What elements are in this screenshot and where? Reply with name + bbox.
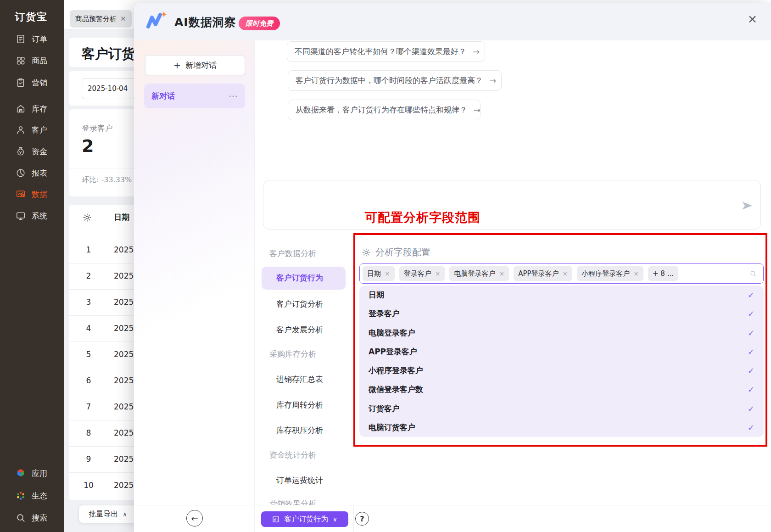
remove-icon[interactable]: × xyxy=(435,270,441,277)
close-icon[interactable]: ✕ xyxy=(748,13,757,26)
sidebar-item-products[interactable]: 商品 xyxy=(16,55,47,67)
export-label: 批量导出 xyxy=(89,510,118,519)
menu-item-active[interactable]: 客户订货行为 xyxy=(262,267,346,290)
option-label: 登录客户 xyxy=(369,308,400,319)
field-tag[interactable]: 小程序登录客户× xyxy=(577,266,643,281)
back-button[interactable]: ← xyxy=(186,510,203,526)
check-icon: ✓ xyxy=(748,366,754,375)
remove-icon[interactable]: × xyxy=(385,270,390,277)
date-input[interactable]: 2025-10-04 xyxy=(82,78,136,99)
bar-chart-icon xyxy=(272,515,279,523)
menu-item[interactable]: 客户订货分析 xyxy=(276,299,323,310)
divider xyxy=(254,40,255,505)
search-icon xyxy=(16,513,26,523)
sidebar-item-ecosystem[interactable]: 生态 xyxy=(16,490,47,502)
conversation-item[interactable]: 新对话 ⋯ xyxy=(144,84,245,108)
sidebar-item-customers[interactable]: 客户 xyxy=(16,124,47,136)
sidebar-item-orders[interactable]: 订单 xyxy=(16,33,47,45)
field-option[interactable]: 订货客户✓ xyxy=(359,399,764,418)
divider xyxy=(108,212,108,224)
suggestion-pill[interactable]: 客户订货行为数据中，哪个时间段的客户活跃度最高？ → xyxy=(288,70,502,91)
arrow-right-icon: → xyxy=(474,105,480,115)
row-index: 1 xyxy=(82,245,95,254)
field-tag[interactable]: 日期× xyxy=(363,266,395,281)
gear-icon[interactable] xyxy=(83,213,92,222)
sidebar-item-search[interactable]: 搜索 xyxy=(16,512,47,524)
monitor-icon xyxy=(16,211,26,221)
field-option[interactable]: APP登录客户✓ xyxy=(359,342,764,361)
sidebar-item-reports[interactable]: 报表 xyxy=(16,167,47,179)
menu-item[interactable]: 客户发展分析 xyxy=(276,325,323,336)
annotation-text: 可配置分析字段范围 xyxy=(365,209,480,226)
search-icon xyxy=(749,270,757,277)
field-tag-input[interactable]: 日期× 登录客户× 电脑登录客户× APP登录客户× 小程序登录客户× + 8 … xyxy=(359,263,764,284)
money-bag-icon xyxy=(16,146,26,157)
field-option[interactable]: 小程序登录客户✓ xyxy=(359,361,764,380)
conversation-label: 新对话 xyxy=(151,91,175,101)
field-tag[interactable]: 电脑登录客户× xyxy=(449,266,509,281)
sidebar-item-label: 搜索 xyxy=(32,513,47,523)
modal-footer: ← 客户订货行为 ∨ ? xyxy=(134,505,771,532)
sidebar-item-funds[interactable]: 资金 xyxy=(16,146,47,157)
field-option[interactable]: 微信登录客户数✓ xyxy=(359,380,764,399)
tag-label: 登录客户 xyxy=(404,269,431,278)
check-icon: ✓ xyxy=(748,290,754,300)
field-tag[interactable]: APP登录客户× xyxy=(514,266,572,281)
row-date: 2025- xyxy=(114,402,136,411)
remove-icon[interactable]: × xyxy=(633,270,639,277)
more-tags-badge[interactable]: + 8 ... xyxy=(648,266,678,281)
field-option[interactable]: 日期✓ xyxy=(359,286,764,304)
field-tag[interactable]: 登录客户× xyxy=(399,266,445,281)
row-index: 9 xyxy=(82,454,95,464)
row-date: 2025- xyxy=(114,481,136,490)
help-button[interactable]: ? xyxy=(355,512,369,526)
suggestion-pill[interactable]: 从数据来看，客户订货行为存在哪些特点和规律？ → xyxy=(288,100,480,120)
sidebar-item-label: 商品 xyxy=(32,56,47,66)
sidebar-item-label: 应用 xyxy=(32,468,47,479)
suggestion-text: 客户订货行为数据中，哪个时间段的客户活跃度最高？ xyxy=(296,75,483,86)
chat-input[interactable] xyxy=(263,180,761,230)
row-date: 2025- xyxy=(114,297,136,307)
menu-item[interactable]: 订单运费统计 xyxy=(276,475,323,486)
sidebar-item-apps[interactable]: 应用 xyxy=(16,467,47,479)
ai-insight-modal: AI数据洞察 限时免费 ✕ + 新增对话 新对话 ⋯ 不同渠道的客户转化率如何？… xyxy=(134,3,771,532)
tab-close-icon[interactable]: ✕ xyxy=(120,15,126,23)
menu-item[interactable]: 库存周转分析 xyxy=(276,400,323,411)
batch-export-button[interactable]: 批量导出 ∧ xyxy=(78,505,137,523)
tab-product-warning[interactable]: 商品预警分析 ✕ xyxy=(70,10,132,28)
check-icon: ✓ xyxy=(748,385,754,394)
menu-group-label: 客户数据分析 xyxy=(269,248,316,259)
apps-cube-icon xyxy=(16,468,26,478)
new-chat-button[interactable]: + 新增对话 xyxy=(145,55,245,75)
report-selector-button[interactable]: 客户订货行为 ∨ xyxy=(261,511,348,527)
sidebar-item-inventory[interactable]: 库存 xyxy=(16,103,47,115)
menu-item[interactable]: 库存积压分析 xyxy=(276,425,323,436)
product-grid-icon xyxy=(16,56,26,66)
row-index: 5 xyxy=(82,350,95,359)
option-label: 电脑登录客户 xyxy=(369,328,415,338)
remove-icon[interactable]: × xyxy=(563,270,568,277)
field-option[interactable]: 登录客户✓ xyxy=(359,304,764,323)
more-icon[interactable]: ⋯ xyxy=(229,90,238,101)
menu-group-label: 采购库存分析 xyxy=(269,349,316,360)
sidebar-item-data[interactable]: 数据 xyxy=(16,188,47,200)
suggestion-pill[interactable]: 不同渠道的客户转化率如何？哪个渠道效果最好？ → xyxy=(287,41,485,62)
modal-title: AI数据洞察 xyxy=(174,15,236,30)
stat-ratio: 环比: -33.33% xyxy=(82,175,132,185)
row-date: 2025- xyxy=(114,271,136,280)
row-date: 2025- xyxy=(114,454,136,464)
field-config-title: 分析字段配置 xyxy=(375,246,430,258)
remove-icon[interactable]: × xyxy=(499,270,504,277)
check-icon: ✓ xyxy=(748,309,754,319)
send-icon[interactable] xyxy=(741,200,753,212)
field-option[interactable]: 电脑登录客户✓ xyxy=(359,324,764,342)
divider xyxy=(353,505,354,532)
sidebar-item-system[interactable]: 系统 xyxy=(16,210,47,222)
sidebar-item-marketing[interactable]: 营销 xyxy=(16,77,47,89)
app-sidebar: 订货宝 订单 商品 营销 库存 客户 资金 报表 xyxy=(0,0,64,532)
field-option[interactable]: 电脑订货客户✓ xyxy=(359,418,764,437)
screen: 商品预警分析 ✕ 客户订货 2025-10-04 登录客户 2 环比: -33.… xyxy=(0,0,771,532)
menu-item[interactable]: 进销存汇总表 xyxy=(276,374,323,385)
sidebar-item-label: 营销 xyxy=(32,78,47,88)
sidebar-item-label: 数据 xyxy=(32,189,47,200)
